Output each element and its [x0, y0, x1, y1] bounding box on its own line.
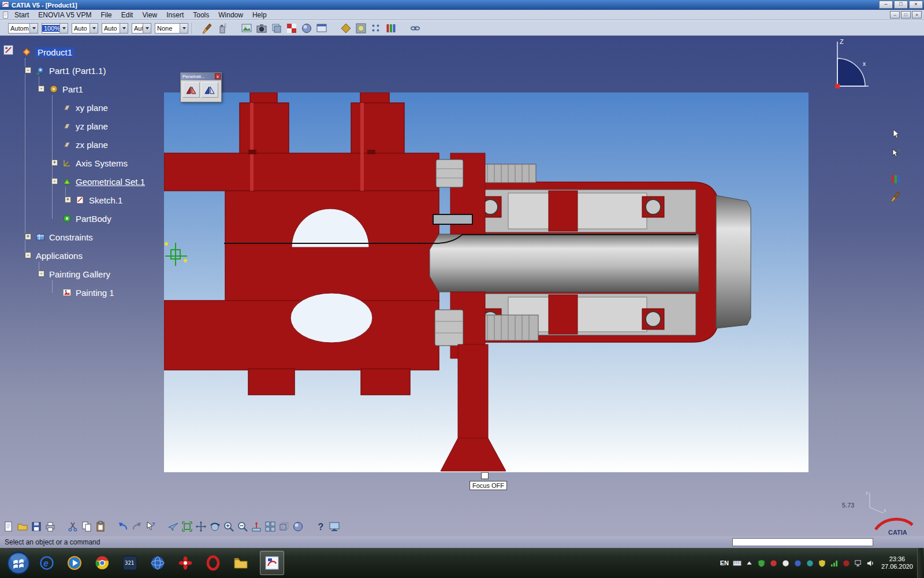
fly-mode-icon[interactable]	[167, 520, 179, 532]
zoom-in-icon[interactable]	[222, 520, 234, 532]
linetype-combo[interactable]: Auto	[102, 23, 128, 34]
link-icon[interactable]	[409, 22, 422, 35]
menu-window[interactable]: Window	[214, 11, 248, 19]
taskbar-ie[interactable]: e	[38, 554, 55, 572]
tree-row[interactable]: -Part1 (Part1.1)	[36, 64, 106, 77]
plane-icon[interactable]	[62, 103, 72, 112]
taskbar-calculator[interactable]: 321	[121, 554, 139, 572]
taskbar-chrome[interactable]	[94, 554, 111, 572]
start-button[interactable]	[6, 550, 31, 576]
render-material-combo[interactable]: None	[155, 23, 188, 34]
keyboard-icon[interactable]	[733, 559, 742, 568]
tree-row[interactable]: -Painting Gallery	[49, 268, 110, 280]
sketch-icon[interactable]	[76, 195, 85, 205]
tree-row[interactable]: Product1	[22, 46, 74, 58]
partbody-icon[interactable]	[62, 214, 72, 223]
help-icon[interactable]: ?	[314, 520, 326, 532]
new-document-icon[interactable]	[2, 520, 14, 532]
collapse-icon[interactable]: -	[51, 178, 58, 184]
tree-row[interactable]: PartBody	[62, 212, 111, 225]
geoset-icon[interactable]	[62, 177, 72, 186]
tree-node-label[interactable]: Painting Gallery	[49, 269, 110, 279]
save-icon[interactable]	[30, 520, 42, 532]
tree-node-label[interactable]: PartBody	[76, 214, 111, 224]
collapse-icon[interactable]: -	[25, 67, 31, 73]
taskbar-opera[interactable]	[204, 554, 222, 572]
undo-icon[interactable]	[117, 520, 129, 532]
expand-icon[interactable]: +	[25, 234, 31, 240]
gallery-window-icon[interactable]	[315, 22, 328, 35]
palette-title-bar[interactable]: Penetrati... x	[181, 73, 221, 80]
workspace[interactable]: Product1-Part1 (Part1.1)-Part1xy planeyz…	[0, 36, 924, 536]
paint-brush-icon[interactable]	[890, 191, 903, 203]
tree-row[interactable]: -Part1	[49, 83, 83, 95]
menu-start[interactable]: Start	[10, 11, 33, 19]
taskbar-red-flower[interactable]	[177, 554, 194, 572]
menu-view[interactable]: View	[137, 11, 162, 19]
spray-icon[interactable]	[216, 22, 229, 35]
tree-node-label[interactable]: Product1	[35, 47, 74, 57]
tray-white-icon[interactable]	[781, 559, 790, 568]
power-input[interactable]	[732, 538, 873, 546]
color-combo[interactable]: Autom	[8, 23, 38, 34]
taskbar-media-player[interactable]	[66, 554, 83, 572]
render-style-icon[interactable]	[328, 520, 340, 532]
mdi-restore-button[interactable]: □	[901, 11, 911, 18]
tree-node-label[interactable]: xy plane	[76, 103, 108, 113]
tree-node-label[interactable]: Applications	[36, 251, 83, 261]
workbench-icon[interactable]	[3, 45, 14, 58]
menu-file[interactable]: File	[96, 11, 116, 19]
axis-icon[interactable]	[62, 158, 72, 168]
volume-icon[interactable]	[866, 559, 875, 568]
tree-node-label[interactable]: zx plane	[76, 140, 108, 150]
close-button[interactable]: ×	[909, 1, 923, 9]
compass-origin[interactable]	[835, 84, 840, 88]
language-indicator[interactable]: EN	[720, 560, 729, 566]
tray-darkred-icon[interactable]	[842, 559, 851, 568]
point-symbol-combo[interactable]: Aut	[132, 23, 151, 34]
penetration-palette[interactable]: Penetrati... x	[180, 72, 222, 102]
rotate-icon[interactable]	[208, 520, 221, 532]
chevron-down-icon[interactable]	[90, 24, 98, 33]
render-viewport[interactable]	[164, 92, 808, 472]
material-icon[interactable]	[355, 22, 367, 35]
taskbar-browser-globe[interactable]	[149, 554, 166, 572]
tree-node-label[interactable]: Part1 (Part1.1)	[49, 66, 106, 76]
tree-node-label[interactable]: yz plane	[76, 121, 108, 131]
tree-node-label[interactable]: Axis Systems	[76, 158, 128, 168]
mdi-minimize-button[interactable]: –	[890, 11, 900, 18]
tray-shield-yellow-icon[interactable]	[818, 559, 826, 568]
swatch-icon[interactable]	[385, 22, 397, 35]
print-icon[interactable]	[44, 520, 56, 532]
texture-icon[interactable]	[285, 22, 298, 35]
copy-icon[interactable]	[80, 520, 92, 532]
select-add-icon[interactable]	[890, 148, 903, 161]
taskbar-folder[interactable]	[232, 554, 249, 572]
redo-icon[interactable]	[131, 520, 143, 532]
expand-icon[interactable]: +	[65, 197, 71, 203]
tray-teal-icon[interactable]	[806, 559, 814, 568]
menu-enovia-v5-vpm[interactable]: ENOVIA V5 VPM	[33, 11, 96, 19]
pattern-icon[interactable]	[370, 22, 382, 35]
menu-edit[interactable]: Edit	[117, 11, 138, 19]
maximize-button[interactable]: □	[894, 1, 908, 9]
chevron-down-icon[interactable]	[29, 24, 38, 33]
section-view-model[interactable]	[164, 92, 808, 472]
open-icon[interactable]	[16, 520, 28, 532]
tree-node-label[interactable]: Part1	[62, 84, 83, 94]
tree-row[interactable]: +Axis Systems	[62, 157, 128, 169]
lineweight-combo[interactable]: Auto	[72, 23, 98, 34]
pan-icon[interactable]	[195, 520, 207, 532]
normal-view-icon[interactable]	[250, 520, 262, 532]
layers-icon[interactable]	[270, 22, 283, 35]
shaded-view-icon[interactable]	[292, 520, 304, 532]
chevron-down-icon[interactable]	[59, 24, 68, 33]
palette-close-icon[interactable]: x	[215, 73, 221, 79]
constraints-icon[interactable]	[36, 232, 45, 242]
fit-all-icon[interactable]	[181, 520, 193, 532]
tree-row[interactable]: -Applications	[36, 249, 83, 262]
collapse-icon[interactable]: -	[25, 252, 31, 258]
tray-shield-green-icon[interactable]	[757, 559, 766, 568]
menu-tools[interactable]: Tools	[188, 11, 214, 19]
plane-icon[interactable]	[62, 140, 72, 149]
